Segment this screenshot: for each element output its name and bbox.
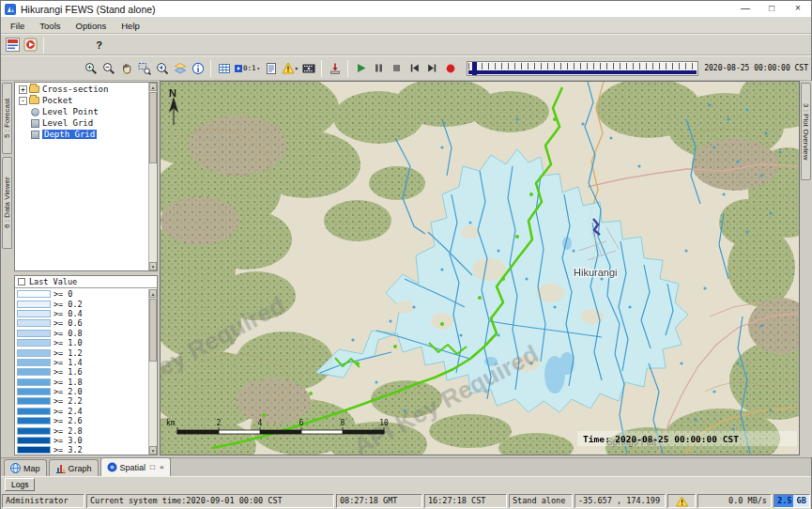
- forecast-dialog-button[interactable]: [23, 36, 38, 54]
- tree-item-cross-section[interactable]: + Cross-section: [16, 84, 147, 95]
- legend-row: >= 2.2: [15, 396, 148, 406]
- menu-file[interactable]: File: [3, 20, 32, 32]
- legend-row: >= 0.6: [15, 318, 148, 328]
- menu-help[interactable]: Help: [114, 20, 147, 32]
- menu-options[interactable]: Options: [69, 20, 115, 32]
- zoom-selection-icon: [138, 62, 151, 75]
- tree-item-level-point[interactable]: Level Point: [16, 106, 147, 117]
- scroll-up-icon[interactable]: ▲: [149, 289, 157, 298]
- expand-toggle-icon[interactable]: +: [19, 85, 27, 94]
- tab-close-icon[interactable]: ×: [160, 463, 164, 471]
- zoom-selection-button[interactable]: [136, 59, 152, 77]
- explorer-panel-button[interactable]: [5, 36, 21, 54]
- scroll-down-icon[interactable]: ▼: [149, 262, 157, 270]
- close-icon[interactable]: ×: [785, 1, 811, 17]
- toolbar-separator: [43, 37, 44, 54]
- svg-text:N: N: [169, 87, 176, 99]
- tree-item-depth-grid[interactable]: Depth Grid: [16, 129, 147, 140]
- tree-scrollbar[interactable]: ▲▼: [148, 83, 157, 270]
- title-bar: Hikurangi FEWS (Stand alone) — □ ×: [1, 1, 811, 18]
- step-last-icon: [426, 62, 438, 74]
- legend-swatch: [17, 319, 51, 327]
- grid-display-button[interactable]: [216, 59, 232, 77]
- time-slider[interactable]: [467, 61, 698, 76]
- animation-button[interactable]: [300, 59, 316, 77]
- main-toolbar: ?: [1, 34, 811, 55]
- play-button[interactable]: [353, 59, 369, 77]
- svg-text:10: 10: [379, 419, 389, 427]
- menu-tools[interactable]: Tools: [32, 20, 68, 32]
- legend-row: >= 2.6: [15, 416, 148, 425]
- help-button[interactable]: ?: [91, 36, 107, 54]
- grid-icon: [218, 62, 231, 75]
- tree-item-label: Level Grid: [42, 118, 93, 128]
- tree-item-level-grid[interactable]: Level Grid: [16, 117, 147, 129]
- status-local-time: 16:27:18 CST: [424, 494, 507, 508]
- thresholds-dropdown[interactable]: ▾: [281, 59, 299, 77]
- scroll-down-icon[interactable]: ▼: [149, 446, 157, 455]
- tab-map[interactable]: Map: [4, 459, 47, 476]
- step-first-button[interactable]: [406, 59, 422, 77]
- tab-data-viewer[interactable]: 6 : Data Viewer: [2, 157, 12, 249]
- map-canvas[interactable]: API Key Required API Key Required Hikura…: [161, 82, 799, 455]
- warning-icon: [676, 496, 688, 507]
- status-user: Administrator: [2, 494, 84, 508]
- time-slider-ticks: [468, 63, 697, 69]
- profile-button[interactable]: [263, 59, 279, 77]
- status-bar: Administrator Current system time:2020-0…: [1, 492, 811, 509]
- status-system-time: Current system time:2020-09-01 00:00 CST: [86, 494, 334, 508]
- tab-detach-icon[interactable]: □: [150, 463, 155, 471]
- legend-panel: Last Value >= 0 >= 0.2 >= 0.4 >= 0.6 >= …: [14, 275, 158, 455]
- tab-forecast[interactable]: 5 : Forecast: [2, 83, 12, 154]
- collapse-toggle-icon[interactable]: -: [19, 97, 27, 105]
- layers-button[interactable]: [172, 59, 188, 77]
- pause-button[interactable]: [371, 59, 387, 77]
- import-button[interactable]: [327, 59, 343, 77]
- logs-button[interactable]: Logs: [5, 478, 35, 491]
- main-area: 5 : Forecast 6 : Data Viewer + Cross-sec…: [1, 81, 811, 457]
- status-warning-cell[interactable]: [667, 494, 696, 508]
- legend-scrollbar[interactable]: ▲▼: [148, 289, 157, 455]
- maximize-icon[interactable]: □: [758, 1, 785, 17]
- globe-icon: [10, 463, 21, 473]
- stop-button[interactable]: [389, 59, 405, 77]
- toolbar-separator: [347, 60, 348, 77]
- legend-swatch: [17, 359, 51, 366]
- tab-spatial[interactable]: Spatial □ ×: [100, 457, 171, 476]
- svg-text:6: 6: [299, 419, 304, 427]
- minimize-icon[interactable]: —: [732, 1, 758, 17]
- tab-map-label: Map: [23, 464, 40, 473]
- tree-item-pocket[interactable]: - Pocket: [16, 95, 147, 106]
- scrollbar-thumb[interactable]: [149, 299, 157, 362]
- spatial-layer-icon: [107, 462, 117, 472]
- record-button[interactable]: [442, 59, 458, 77]
- warning-triangle-icon: [282, 62, 295, 74]
- import-arrow-icon: [329, 62, 342, 75]
- legend-row: >= 1.6: [15, 367, 148, 377]
- zoom-previous-button[interactable]: [154, 59, 170, 77]
- step-last-button[interactable]: [424, 59, 440, 77]
- current-datetime-label: 2020-08-25 00:00:00 CST: [704, 64, 808, 72]
- last-value-checkbox[interactable]: [18, 278, 25, 285]
- legend-row: >= 2.8: [15, 425, 148, 435]
- film-icon: [302, 62, 315, 75]
- scroll-up-icon[interactable]: ▲: [149, 83, 157, 91]
- time-slider-thumb[interactable]: [472, 62, 477, 75]
- pan-button[interactable]: [118, 59, 134, 77]
- legend-swatch: [17, 330, 51, 337]
- window-title: Hikurangi FEWS (Stand alone): [21, 4, 732, 15]
- zoom-previous-icon: [156, 62, 169, 75]
- legend-label: >= 2.4: [54, 407, 83, 416]
- toolbar-separator: [321, 60, 322, 77]
- data-viewer-panel: + Cross-section - Pocket Level Point: [13, 81, 160, 457]
- chevron-down-icon: ▾: [257, 65, 261, 71]
- tab-plot-overview[interactable]: 3 : Plot Overview: [801, 83, 811, 180]
- zoom-out-button[interactable]: [100, 59, 116, 77]
- scale-select-dropdown[interactable]: 0:1▾: [234, 59, 261, 77]
- scrollbar-thumb[interactable]: [149, 92, 157, 163]
- legend-row: >= 1.2: [15, 347, 148, 357]
- info-button[interactable]: [190, 59, 206, 77]
- legend-list: >= 0 >= 0.2 >= 0.4 >= 0.6 >= 0.8 >= 1.0 …: [15, 289, 148, 455]
- tab-graph[interactable]: Graph: [49, 459, 99, 476]
- zoom-in-button[interactable]: [83, 59, 99, 77]
